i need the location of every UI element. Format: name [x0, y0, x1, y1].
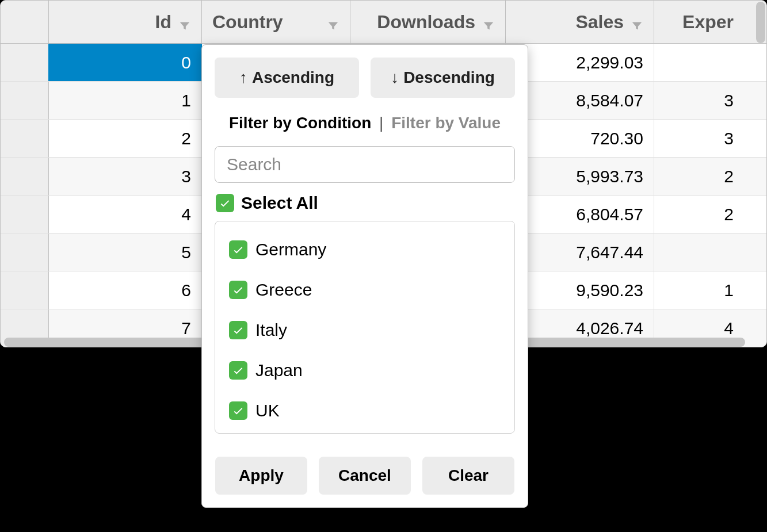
checkbox-checked-icon[interactable]	[229, 401, 247, 420]
column-label: Exper	[682, 12, 734, 33]
sort-ascending-button[interactable]: ↑ Ascending	[215, 58, 359, 98]
filter-value-label: Italy	[255, 320, 287, 340]
cell-expenses[interactable]: 1	[654, 271, 759, 309]
filter-search-input[interactable]	[215, 146, 515, 183]
filter-icon[interactable]	[178, 16, 191, 28]
grid-header-row: Id Country Downloads Sales Exper	[1, 1, 766, 44]
row-header-cell[interactable]	[1, 120, 49, 157]
tab-filter-by-condition[interactable]: Filter by Condition	[229, 114, 371, 132]
row-header-corner	[1, 1, 49, 43]
cell-expenses[interactable]: 2	[654, 158, 759, 195]
tab-separator: |	[379, 114, 383, 132]
filter-value-item[interactable]: Italy	[229, 310, 501, 350]
clear-button[interactable]: Clear	[422, 457, 514, 495]
tab-filter-by-value[interactable]: Filter by Value	[391, 114, 501, 132]
cell-expenses[interactable]: 3	[654, 120, 759, 157]
column-label: Id	[155, 12, 171, 33]
filter-value-label: UK	[255, 401, 280, 420]
filter-icon[interactable]	[631, 16, 643, 28]
checkbox-checked-icon[interactable]	[229, 240, 247, 259]
column-header-downloads[interactable]: Downloads	[350, 1, 506, 43]
cell-id[interactable]: 3	[49, 158, 202, 195]
cell-id[interactable]: 0	[49, 44, 202, 81]
cell-expenses[interactable]: 2	[654, 196, 759, 233]
filter-value-list[interactable]: GermanyGreeceItalyJapanUK	[215, 221, 515, 434]
filter-value-item[interactable]: Germany	[229, 229, 501, 270]
checkbox-checked-icon[interactable]	[229, 321, 247, 339]
filter-mode-tabs: Filter by Condition | Filter by Value	[215, 114, 515, 132]
column-label: Country	[212, 12, 283, 33]
column-label: Downloads	[377, 12, 475, 33]
select-all-label: Select All	[241, 193, 318, 213]
column-header-id[interactable]: Id	[49, 1, 202, 43]
apply-button[interactable]: Apply	[215, 457, 307, 495]
row-header-cell[interactable]	[1, 44, 49, 81]
row-header-cell[interactable]	[1, 271, 49, 309]
column-header-expenses[interactable]: Exper	[654, 1, 759, 43]
cancel-button[interactable]: Cancel	[319, 457, 411, 495]
cell-expenses[interactable]: 3	[654, 82, 759, 119]
select-all-row[interactable]: Select All	[215, 193, 515, 213]
arrow-down-icon: ↓	[391, 68, 399, 87]
filter-value-item[interactable]: Greece	[229, 270, 501, 310]
checkbox-checked-icon[interactable]	[216, 194, 234, 212]
cell-expenses[interactable]	[654, 234, 759, 271]
filter-value-label: Germany	[255, 240, 326, 259]
row-header-cell[interactable]	[1, 82, 49, 119]
filter-value-item[interactable]: Japan	[229, 350, 501, 391]
row-header-cell[interactable]	[1, 158, 49, 195]
cell-id[interactable]: 2	[49, 120, 202, 157]
checkbox-checked-icon[interactable]	[229, 361, 247, 380]
filter-value-label: Greece	[255, 280, 312, 300]
cell-id[interactable]: 5	[49, 234, 202, 271]
sort-descending-button[interactable]: ↓ Descending	[371, 58, 515, 98]
cell-id[interactable]: 1	[49, 82, 202, 119]
sort-asc-label: Ascending	[252, 68, 334, 87]
column-label: Sales	[575, 12, 624, 33]
row-header-cell[interactable]	[1, 234, 49, 271]
cell-id[interactable]: 6	[49, 271, 202, 309]
cell-id[interactable]: 4	[49, 196, 202, 233]
column-filter-panel: ↑ Ascending ↓ Descending Filter by Condi…	[201, 44, 528, 508]
row-header-cell[interactable]	[1, 196, 49, 233]
sort-desc-label: Descending	[403, 68, 495, 87]
vertical-scrollbar[interactable]	[756, 2, 765, 43]
filter-icon[interactable]	[327, 16, 339, 28]
filter-value-label: Japan	[255, 361, 303, 380]
checkbox-checked-icon[interactable]	[229, 281, 247, 299]
sort-buttons: ↑ Ascending ↓ Descending	[215, 58, 515, 98]
filter-icon[interactable]	[482, 16, 495, 28]
arrow-up-icon: ↑	[239, 68, 247, 87]
cell-expenses[interactable]	[654, 44, 759, 81]
filter-footer-buttons: Apply Cancel Clear	[215, 457, 515, 495]
filter-value-item[interactable]: UK	[229, 391, 501, 431]
column-header-country[interactable]: Country	[202, 1, 350, 43]
column-header-sales[interactable]: Sales	[506, 1, 654, 43]
